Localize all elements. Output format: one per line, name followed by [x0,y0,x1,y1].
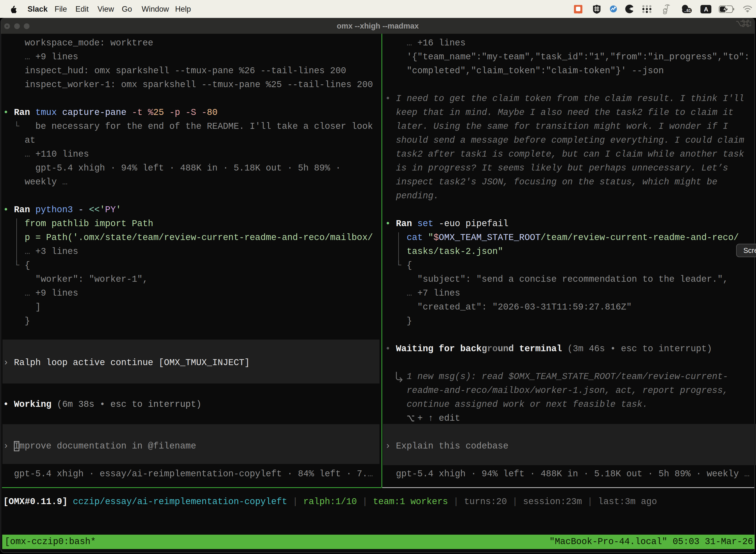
svg-text:A: A [704,6,708,13]
svg-text:..61: ..61 [684,8,691,13]
svg-text:1: 1 [749,20,751,27]
